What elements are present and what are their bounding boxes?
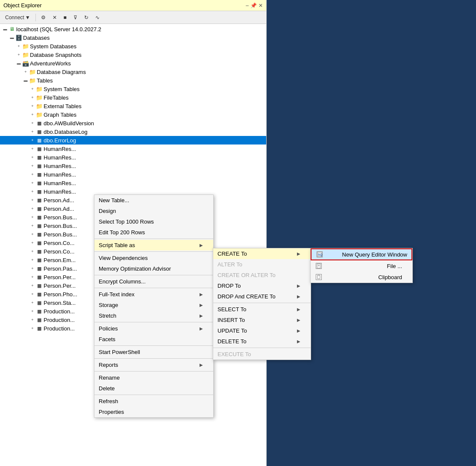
humanres2-icon: ▦ — [36, 154, 43, 161]
tree-item-systables[interactable]: + 📁 System Tables — [0, 85, 266, 93]
menu-delete[interactable]: Delete — [94, 383, 213, 394]
menu-powershell[interactable]: Start PowerShell — [94, 347, 213, 357]
menu-selectto[interactable]: SELECT To ▶ — [213, 304, 311, 315]
tree-item-graphtables[interactable]: + 📁 Graph Tables — [0, 110, 266, 119]
tree-item-humanres2[interactable]: + ▦ HumanRes... — [0, 153, 266, 162]
menu-newtable[interactable]: New Table... — [94, 195, 213, 206]
tree-item-systemdb[interactable]: + 📁 System Databases — [0, 42, 266, 50]
expander-server[interactable]: ▬ — [2, 26, 9, 32]
menu-executeto: EXECUTE To — [213, 349, 311, 360]
expander-databases[interactable]: ▬ — [9, 34, 15, 41]
graphtables-icon: 📁 — [36, 111, 43, 118]
expander-externaltables[interactable]: + — [29, 103, 36, 109]
menu-updateto[interactable]: UPDATE To ▶ — [213, 325, 311, 336]
humanres4-label: HumanRes... — [44, 171, 76, 178]
menu2-sep-1 — [213, 303, 311, 303]
menu-edittop[interactable]: Edit Top 200 Rows — [94, 227, 213, 238]
deleteto-arrow: ▶ — [297, 339, 300, 344]
menu-scripttable[interactable]: Script Table as ▶ — [94, 240, 213, 251]
menu-insertto[interactable]: INSERT To ▶ — [213, 315, 311, 325]
personpas-label: Person.Pas... — [44, 265, 77, 272]
systables-icon: 📁 — [36, 86, 43, 92]
personper2-label: Person.Per... — [44, 283, 76, 289]
file-doc-icon — [316, 263, 322, 269]
connect-button[interactable]: Connect ▼ — [3, 14, 33, 21]
menu-properties[interactable]: Properties — [94, 407, 213, 417]
expander-systables[interactable]: + — [29, 86, 36, 92]
menu-fulltext[interactable]: Full-Text index ▶ — [94, 289, 213, 300]
newquery-icon: SQL — [316, 251, 323, 258]
menu-sep-9 — [94, 395, 213, 395]
filter-toggle[interactable]: ⊽ — [71, 14, 80, 21]
menu-memopt[interactable]: Memory Optimization Advisor — [94, 263, 213, 274]
expander-aw[interactable]: ▬ — [15, 60, 22, 67]
disconnect-button[interactable]: ■ — [61, 14, 69, 21]
tree-item-humanres1[interactable]: + ▦ HumanRes... — [0, 145, 266, 153]
menu-viewdep[interactable]: View Dependencies — [94, 253, 213, 263]
expander-diagrams[interactable]: + — [22, 68, 29, 75]
humanres3-icon: ▦ — [36, 162, 43, 169]
menu-policies[interactable]: Policies ▶ — [94, 323, 213, 334]
menu-dropto[interactable]: DROP To ▶ — [213, 280, 311, 291]
expander-tables[interactable]: ▬ — [22, 77, 29, 84]
menu-design[interactable]: Design — [94, 206, 213, 216]
connect-arrow: ▼ — [25, 15, 30, 21]
tree-item-dblog[interactable]: + ▦ dbo.DatabaseLog — [0, 127, 266, 136]
tree-item-tables[interactable]: ▬ 📁 Tables — [0, 76, 266, 85]
menu-file[interactable]: File ... — [311, 260, 412, 271]
personcont1-label: Person.Co... — [44, 240, 74, 246]
menu-stretch[interactable]: Stretch ▶ — [94, 310, 213, 321]
snapshots-label: Database Snapshots — [30, 52, 82, 58]
refresh-button[interactable]: ↻ — [82, 14, 91, 21]
tree-item-server[interactable]: ▬ 🖥 localhost (SQL Server 14.0.2027.2 — [0, 25, 266, 33]
personsta-icon: ▦ — [36, 299, 43, 306]
tree-item-awbuild[interactable]: + ▦ dbo.AWBuildVersion — [0, 119, 266, 127]
menu-createto[interactable]: CREATE To ▶ — [213, 248, 311, 259]
filetables-label: FileTables — [44, 94, 69, 101]
menu-selecttop[interactable]: Select Top 1000 Rows — [94, 216, 213, 227]
query-editor-icon: SQL — [317, 251, 323, 257]
summary-button[interactable]: ∿ — [93, 14, 102, 21]
stop-button[interactable]: ✕ — [50, 14, 59, 21]
reports-arrow: ▶ — [200, 363, 203, 367]
menu-storage[interactable]: Storage ▶ — [94, 300, 213, 310]
tree-item-filetables[interactable]: + 📁 FileTables — [0, 93, 266, 102]
menu-dropandcreateto[interactable]: DROP And CREATE To ▶ — [213, 291, 311, 302]
tree-item-diagrams[interactable]: + 📁 Database Diagrams — [0, 68, 266, 76]
tree-item-adventureworks[interactable]: ▬ 🗃️ AdventureWorks — [0, 59, 266, 68]
tree-item-humanres3[interactable]: + ▦ HumanRes... — [0, 162, 266, 170]
dblog-icon: ▦ — [36, 128, 43, 135]
menu-sep-1 — [94, 239, 213, 239]
tree-item-databases[interactable]: ▬ 🗄️ Databases — [0, 33, 266, 42]
menu-newqueryeditor[interactable]: SQL New Query Editor Window — [311, 248, 412, 260]
tree-item-errorlog[interactable]: + ▦ dbo.ErrorLog — [0, 136, 266, 145]
errorlog-label: dbo.ErrorLog — [44, 137, 76, 144]
menu-refresh[interactable]: Refresh — [94, 396, 213, 407]
expander-systemdb[interactable]: + — [15, 43, 22, 50]
menu-reports[interactable]: Reports ▶ — [94, 360, 213, 370]
menu-clipboard[interactable]: Clipboard — [311, 271, 412, 283]
expander-snapshots[interactable]: + — [15, 51, 22, 58]
tree-item-humanres4[interactable]: + ▦ HumanRes... — [0, 170, 266, 179]
pin-icon[interactable]: 📌 — [250, 3, 257, 9]
toolbar-sep-1 — [35, 14, 36, 21]
right-panel — [267, 0, 476, 466]
errorlog-icon: ▦ — [36, 137, 43, 144]
tree-item-humanres5[interactable]: + ▦ HumanRes... — [0, 179, 266, 187]
close-icon[interactable]: ✕ — [259, 3, 263, 9]
menu-encrypt[interactable]: Encrypt Columns... — [94, 276, 213, 287]
menu-facets[interactable]: Facets — [94, 334, 213, 345]
expander-dblog[interactable]: + — [29, 128, 36, 135]
expander-errorlog[interactable]: + — [29, 137, 36, 144]
tree-item-externaltables[interactable]: + 📁 External Tables — [0, 102, 266, 110]
menu-deleteto[interactable]: DELETE To ▶ — [213, 336, 311, 347]
expander-filetables[interactable]: + — [29, 94, 36, 101]
systemdb-icon: 📁 — [22, 43, 29, 50]
titlebar: Object Explorer – 📌 ✕ — [0, 0, 266, 11]
expander-graphtables[interactable]: + — [29, 111, 36, 118]
tree-item-snapshots[interactable]: + 📁 Database Snapshots — [0, 50, 266, 59]
filter-button[interactable]: ⚙ — [38, 14, 48, 21]
expander-awbuild[interactable]: + — [29, 120, 36, 127]
menu-rename[interactable]: Rename — [94, 372, 213, 383]
minimize-icon[interactable]: – — [246, 3, 249, 9]
